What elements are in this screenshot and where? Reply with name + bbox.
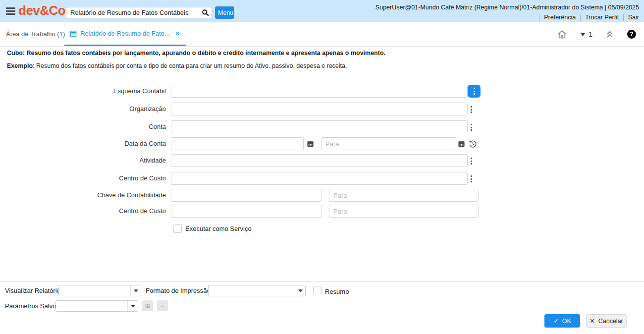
centro-custo-to-input[interactable] bbox=[329, 205, 479, 218]
summary-label: Resumo bbox=[325, 286, 349, 297]
more-options-icon bbox=[474, 88, 475, 95]
field-label: Atividade bbox=[0, 154, 166, 167]
search-icon bbox=[202, 9, 209, 16]
caret-down-icon bbox=[298, 289, 303, 292]
footer-divider bbox=[0, 281, 644, 282]
field-label: Esquema Contábil bbox=[0, 85, 166, 98]
app-logo: dev&Co. bbox=[18, 3, 69, 18]
view-report-input[interactable] bbox=[59, 285, 130, 296]
window-selector[interactable]: 1 bbox=[580, 30, 592, 38]
centro-custo-lookup-icon[interactable] bbox=[470, 174, 473, 183]
form-row-run-as-service: Executar como Serviço bbox=[0, 224, 644, 233]
form-row-organizacao: Organização bbox=[0, 103, 644, 115]
process-description: Cubo: Resumo dos fatos contábeis por lan… bbox=[7, 50, 385, 56]
ok-button[interactable]: ✓ OK bbox=[544, 314, 580, 328]
organizacao-input[interactable] bbox=[171, 103, 468, 115]
search-button[interactable] bbox=[199, 7, 212, 18]
collapse-all-icon[interactable] bbox=[605, 30, 614, 39]
form-row-centro-custo-range: Centro de Custo bbox=[0, 205, 644, 218]
form-row-centro-de-custo: Centro de Custo bbox=[0, 172, 644, 185]
process-example: Exemplo: Resumo dos fatos contábeis por … bbox=[7, 62, 347, 69]
calendar-icon bbox=[458, 140, 465, 148]
link-divider bbox=[539, 14, 539, 21]
link-divider bbox=[623, 14, 624, 21]
hamburger-menu-icon[interactable] bbox=[6, 7, 15, 15]
help-icon[interactable]: ? bbox=[627, 30, 636, 39]
menu-button[interactable]: Menu bbox=[215, 6, 234, 19]
user-session-info: SuperUser@01-Mundo Café Matriz (Regime N… bbox=[376, 4, 639, 11]
logout-link[interactable]: Sair bbox=[628, 14, 639, 21]
view-report-label: Visualizar Relatório bbox=[5, 285, 60, 296]
organizacao-lookup-icon[interactable] bbox=[470, 105, 473, 114]
cancel-button-label: Cancelar bbox=[598, 318, 623, 325]
tab-bar: Área de Trabalho (1) Relatório de Resumo… bbox=[0, 22, 644, 47]
atividade-input[interactable] bbox=[171, 154, 468, 167]
home-icon[interactable] bbox=[557, 29, 567, 40]
window-count: 1 bbox=[589, 30, 592, 38]
calendar-from-button[interactable] bbox=[306, 140, 314, 148]
esquema-contabil-lookup-button[interactable] bbox=[468, 85, 481, 98]
example-label: Exemplo bbox=[7, 62, 33, 69]
form-row-data-da-conta: Data da Conta bbox=[0, 137, 644, 150]
calendar-icon bbox=[307, 140, 314, 148]
atividade-lookup-icon[interactable] bbox=[470, 157, 473, 166]
print-format-input[interactable] bbox=[209, 285, 295, 296]
data-conta-to-input[interactable] bbox=[321, 137, 456, 150]
top-header: dev&Co. Menu SuperUser@01-Mundo Café Mat… bbox=[0, 0, 644, 22]
change-role-link[interactable]: Trocar Perfil bbox=[585, 14, 619, 21]
cancel-button[interactable]: ✕ Cancelar bbox=[586, 314, 627, 328]
saved-params-dropdown-button[interactable] bbox=[127, 301, 138, 311]
date-history-button[interactable] bbox=[468, 139, 477, 148]
view-report-combobox bbox=[58, 285, 141, 296]
print-format-dropdown-button[interactable] bbox=[295, 285, 305, 296]
save-params-button[interactable] bbox=[142, 300, 153, 311]
tab-close-icon[interactable]: ✕ bbox=[175, 30, 180, 37]
delete-params-button[interactable]: – bbox=[157, 300, 168, 311]
centro-custo-from-input[interactable] bbox=[171, 205, 322, 218]
field-label: Chave de Contabilidade bbox=[0, 189, 166, 202]
caret-down-icon bbox=[134, 289, 138, 292]
close-icon: ✕ bbox=[590, 317, 594, 325]
print-format-combobox bbox=[208, 285, 306, 296]
caret-down-icon bbox=[131, 305, 135, 308]
conta-lookup-icon[interactable] bbox=[470, 123, 473, 132]
link-divider bbox=[580, 14, 581, 21]
preference-link[interactable]: Preferência bbox=[544, 14, 576, 21]
view-report-dropdown-button[interactable] bbox=[130, 285, 141, 296]
caret-down-icon bbox=[580, 33, 586, 36]
saved-params-input[interactable] bbox=[56, 301, 127, 311]
app-window: dev&Co. Menu SuperUser@01-Mundo Café Mat… bbox=[0, 0, 644, 334]
field-label: Data da Conta bbox=[0, 137, 166, 150]
check-icon: ✓ bbox=[553, 317, 558, 325]
saved-params-combobox bbox=[55, 300, 138, 312]
form-row-chave-contabilidade: Chave de Contabilidade bbox=[0, 189, 644, 202]
field-label: Organização bbox=[0, 103, 166, 115]
global-search-input[interactable] bbox=[66, 7, 199, 18]
chave-contabilidade-from-input[interactable] bbox=[171, 189, 322, 202]
print-format-label: Formato de Impressão bbox=[146, 285, 211, 296]
example-text: : Resumo dos fatos contábeis por conta e… bbox=[33, 62, 347, 69]
form-row-esquema-contabil: Esquema Contábil bbox=[0, 85, 644, 98]
data-conta-from-input[interactable] bbox=[171, 137, 304, 150]
esquema-contabil-input[interactable] bbox=[171, 85, 468, 98]
field-label: Conta bbox=[0, 120, 166, 133]
summary-checkbox[interactable] bbox=[313, 286, 322, 294]
saved-params-label: Parâmetros Salvos bbox=[5, 300, 59, 312]
save-icon bbox=[145, 303, 150, 309]
centro-custo-input[interactable] bbox=[171, 172, 468, 185]
report-window-icon bbox=[70, 30, 77, 37]
field-label: Centro de Custo bbox=[0, 205, 166, 218]
tab-workspace[interactable]: Área de Trabalho (1) bbox=[6, 22, 65, 46]
calendar-to-button[interactable] bbox=[457, 140, 465, 148]
session-links: Preferência Trocar Perfil Sair bbox=[539, 14, 639, 21]
tab-report-active[interactable]: Relatório de Resumo de Fato... ✕ bbox=[64, 22, 186, 46]
ok-button-label: OK bbox=[562, 318, 571, 325]
form-row-conta: Conta bbox=[0, 120, 644, 133]
tab-actions: 1 ? bbox=[557, 22, 636, 46]
run-as-service-label: Executar como Serviço bbox=[185, 225, 252, 232]
conta-input[interactable] bbox=[171, 120, 468, 133]
chave-contabilidade-to-input[interactable] bbox=[329, 189, 479, 202]
tab-report-title: Relatório de Resumo de Fato... bbox=[80, 30, 170, 37]
run-as-service-checkbox[interactable] bbox=[173, 224, 182, 233]
field-label: Centro de Custo bbox=[0, 172, 166, 185]
